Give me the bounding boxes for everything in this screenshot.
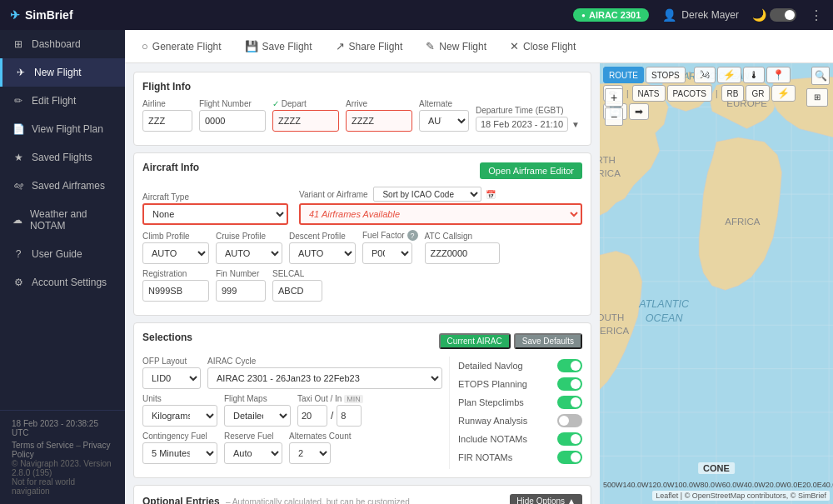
- contingency-select[interactable]: 5 Minutes: [142, 442, 217, 464]
- user-guide-icon: ?: [12, 248, 25, 260]
- map-zoom-out-btn[interactable]: −: [605, 107, 623, 126]
- alternates-select[interactable]: 2: [289, 442, 331, 464]
- selections-card: Selections Current AIRAC Save Defaults O…: [133, 322, 591, 478]
- topbar: ✈ SimBrief AIRAC 2301 👤 Derek Mayer 🌙 ⋮: [0, 0, 833, 30]
- alternate-select[interactable]: AUTO: [419, 110, 469, 132]
- optional-subtitle: – Automatically calculated, but can be c…: [226, 497, 410, 505]
- map-layer-stack-icon[interactable]: ⊞: [806, 88, 828, 107]
- airac-cycle-label: AIRAC Cycle: [207, 357, 442, 366]
- map-btn-stops[interactable]: STOPS: [646, 67, 686, 83]
- map-btn-pacots[interactable]: PACOTS: [667, 85, 712, 102]
- toggle-etops-planning-switch[interactable]: [557, 377, 582, 391]
- climb-select[interactable]: AUTO: [142, 242, 209, 264]
- registration-input[interactable]: [142, 280, 209, 302]
- ofp-layout-select[interactable]: LID0: [142, 367, 201, 389]
- map-btn-track[interactable]: 📍: [766, 67, 791, 83]
- tabbar: ○ Generate Flight 💾 Save Flight ↗ Share …: [125, 30, 833, 63]
- toggle-plan-stepclimbs: Plan Stepclimbs: [458, 393, 582, 412]
- logo: ✈ SimBrief: [10, 8, 73, 22]
- toggle-detailed-navlog-switch[interactable]: [557, 359, 582, 372]
- flight-number-input[interactable]: [199, 110, 266, 132]
- reserve-select[interactable]: Auto: [224, 442, 282, 464]
- toggle-include-notams-switch[interactable]: [557, 432, 582, 446]
- ofp-airac-row: OFP Layout LID0 AIRAC Cycle AIRAC 2301 -…: [142, 357, 442, 389]
- variant-select[interactable]: 41 Airframes Available: [299, 203, 582, 225]
- tab-generate-flight[interactable]: ○ Generate Flight: [132, 35, 232, 57]
- sidebar-item-saved-airframes[interactable]: 🛩 Saved Airframes: [0, 172, 125, 200]
- dashboard-icon: ⊞: [12, 38, 25, 50]
- save-defaults-btn[interactable]: Save Defaults: [514, 333, 582, 349]
- aircraft-info-title: Aircraft Info: [142, 162, 199, 173]
- tab-new-flight[interactable]: ✎ New Flight: [416, 35, 496, 57]
- descent-group: Descent Profile AUTO: [289, 232, 356, 264]
- tab-save-flight[interactable]: 💾 Save Flight: [235, 35, 322, 57]
- map-btn-nats[interactable]: NATS: [632, 85, 666, 102]
- cruise-label: Cruise Profile: [216, 232, 282, 241]
- descent-select[interactable]: AUTO: [289, 242, 356, 264]
- theme-toggle-switch[interactable]: [770, 8, 796, 22]
- sidebar-links: Terms of Service – Privacy Policy: [12, 441, 113, 459]
- current-airac-btn[interactable]: Current AIRAC: [439, 333, 511, 349]
- hide-options-btn[interactable]: Hide Options ▲: [510, 494, 582, 504]
- theme-toggle[interactable]: 🌙: [752, 8, 796, 22]
- taxi-out-input[interactable]: [297, 405, 327, 427]
- map-search-btn[interactable]: 🔍: [811, 67, 830, 85]
- fin-number-input[interactable]: [216, 280, 266, 302]
- registration-group: Registration: [142, 269, 209, 302]
- terms-link[interactable]: Terms of Service: [12, 441, 73, 450]
- sidebar-item-new-flight[interactable]: ✈ New Flight: [0, 58, 125, 87]
- sidebar-item-dashboard[interactable]: ⊞ Dashboard: [0, 30, 125, 58]
- map-btn-sig[interactable]: ⚡: [717, 67, 741, 83]
- open-airframe-editor-btn[interactable]: Open Airframe Editor: [480, 162, 582, 179]
- toggle-fir-notams-switch[interactable]: [557, 451, 582, 464]
- sidebar-item-saved-flights[interactable]: ★ Saved Flights: [0, 143, 125, 172]
- airline-input[interactable]: [142, 110, 192, 132]
- arrive-label: Arrive: [346, 99, 412, 108]
- map-btn-tropo[interactable]: 🌡: [743, 67, 765, 83]
- cruise-select[interactable]: AUTO: [216, 242, 282, 264]
- variant-label: Variant or Airframe Sort by ICAO Code 📅: [299, 187, 582, 202]
- map-btn-gr[interactable]: GR: [746, 85, 770, 102]
- taxi-label: Taxi Out / In MIN: [297, 394, 363, 403]
- airac-badge[interactable]: AIRAC 2301: [573, 8, 649, 22]
- flight-number-group: Flight Number: [199, 99, 266, 132]
- tab-share-label: Share Flight: [349, 41, 403, 52]
- sidebar-item-account-settings[interactable]: ⚙ Account Settings: [0, 268, 125, 297]
- map-zoom-in-btn[interactable]: +: [605, 88, 623, 107]
- taxi-in-input[interactable]: [337, 405, 362, 427]
- map-btn-wind[interactable]: 🌬: [694, 67, 716, 83]
- map-btn-route[interactable]: ROUTE: [603, 67, 644, 83]
- airac-cycle-select[interactable]: AIRAC 2301 - 26Jan23 to 22Feb23: [207, 367, 442, 389]
- aircraft-type-select[interactable]: None: [142, 203, 288, 225]
- sidebar-item-edit-flight[interactable]: ✏ Edit Flight: [0, 87, 125, 115]
- tab-close-label: Close Flight: [523, 41, 576, 52]
- toggle-plan-stepclimbs-switch[interactable]: [557, 396, 582, 409]
- aircraft-type-label: Aircraft Type: [142, 192, 292, 202]
- map-btn-thunder[interactable]: ⚡: [771, 85, 796, 102]
- atc-callsign-input[interactable]: [425, 242, 500, 264]
- fuel-factor-help-icon[interactable]: ?: [407, 230, 418, 241]
- map-btn-arrow[interactable]: ➡: [629, 103, 649, 120]
- sidebar-label-saved-flights: Saved Flights: [32, 152, 92, 163]
- map-btn-rb[interactable]: RB: [721, 85, 745, 102]
- arrive-input[interactable]: [346, 110, 412, 132]
- depart-input[interactable]: [272, 110, 339, 132]
- sort-select[interactable]: Sort by ICAO Code: [373, 187, 481, 202]
- map-scale-bar: 500W 140.0W 120.0W 100.0W 80.0W 60.0W 40…: [600, 481, 833, 489]
- cone-label: CONE: [698, 462, 735, 474]
- ofp-layout-label: OFP Layout: [142, 357, 201, 366]
- units-select[interactable]: Kilograms: [142, 405, 217, 427]
- tab-share-flight[interactable]: ↗ Share Flight: [326, 35, 413, 57]
- selcal-input[interactable]: [272, 280, 322, 302]
- sidebar-item-weather-notam[interactable]: ☁ Weather and NOTAM: [0, 200, 125, 240]
- sidebar-item-user-guide[interactable]: ? User Guide: [0, 240, 125, 268]
- alternates-label: Alternates Count: [289, 432, 352, 441]
- tab-close-flight[interactable]: ✕ Close Flight: [500, 35, 586, 57]
- fuel-factor-select[interactable]: P00: [362, 242, 412, 264]
- topbar-menu-icon[interactable]: ⋮: [810, 7, 823, 23]
- sidebar-item-view-flight-plan[interactable]: 📄 View Flight Plan: [0, 115, 125, 143]
- svg-text:SOUTH: SOUTH: [600, 312, 624, 322]
- flight-maps-select[interactable]: Detailed: [224, 405, 291, 427]
- toggle-runway-analysis-switch[interactable]: [557, 414, 582, 427]
- content-area: ○ Generate Flight 💾 Save Flight ↗ Share …: [125, 30, 833, 504]
